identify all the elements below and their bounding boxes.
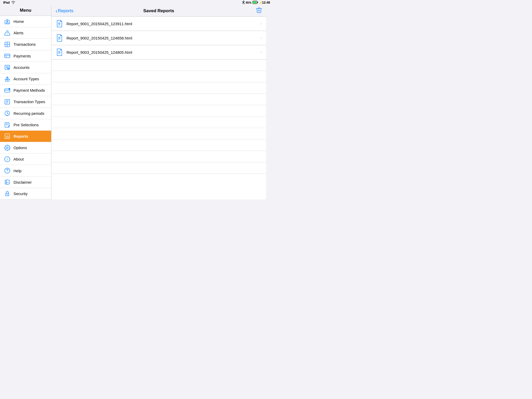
content-panel: ‹ Reports Saved Reports	[51, 5, 266, 200]
sidebar-item-home[interactable]: Home	[0, 16, 51, 27]
sidebar: Menu Home Alerts	[0, 5, 51, 200]
empty-row	[51, 117, 266, 128]
report-chevron-icon: ›	[261, 50, 262, 55]
empty-row	[51, 151, 266, 162]
payment-methods-icon	[4, 87, 11, 94]
transaction-types-icon	[4, 98, 11, 105]
battery-percent: 85%	[246, 1, 251, 4]
report-chevron-icon: ›	[261, 36, 262, 40]
svg-point-16	[7, 79, 8, 80]
report-item[interactable]: Report_9003_20150425_124805.html ›	[51, 45, 266, 59]
report-name: Report_9001_20150425_123911.html	[66, 22, 261, 26]
sidebar-item-account-types[interactable]: Account Types	[0, 73, 51, 85]
sidebar-label-options: Options	[14, 145, 27, 150]
empty-row	[51, 105, 266, 117]
sidebar-item-about[interactable]: About	[0, 154, 51, 165]
reports-icon	[4, 132, 11, 140]
svg-rect-2	[253, 1, 257, 4]
svg-point-4	[7, 21, 8, 22]
sidebar-label-recurring: Recurring periods	[14, 111, 44, 116]
sidebar-item-transactions[interactable]: Transactions	[0, 39, 51, 50]
sidebar-item-payments[interactable]: Payments	[0, 50, 51, 62]
empty-row	[51, 162, 266, 174]
status-right: 85% ⚡	[242, 1, 263, 5]
status-left: iPad	[3, 1, 15, 5]
content-title: Saved Reports	[143, 8, 174, 14]
about-icon	[4, 156, 11, 163]
status-time: 12:48	[262, 1, 266, 4]
sidebar-item-accounts[interactable]: Accounts	[0, 62, 51, 73]
sidebar-label-accounts: Accounts	[14, 65, 30, 70]
report-name: Report_9002_20150425_124658.html	[66, 36, 261, 40]
sidebar-label-help: Help	[14, 169, 22, 173]
sidebar-item-pre-selections[interactable]: Pre Selections	[0, 119, 51, 131]
device-label: iPad	[3, 1, 10, 4]
bluetooth-icon	[242, 1, 245, 5]
svg-rect-9	[5, 54, 10, 58]
trash-button[interactable]	[256, 7, 262, 15]
sidebar-item-help[interactable]: Help	[0, 165, 51, 176]
account-types-icon	[4, 75, 11, 83]
sidebar-item-payment-methods[interactable]: Payment Methods	[0, 85, 51, 96]
sidebar-label-account-types: Account Types	[14, 77, 39, 81]
svg-rect-1	[257, 2, 258, 3]
report-list: Report_9001_20150425_123911.html › Repor…	[51, 17, 266, 200]
sidebar-label-alerts: Alerts	[14, 31, 23, 35]
pre-selections-icon	[4, 121, 11, 128]
options-icon	[4, 144, 11, 151]
sidebar-item-disclaimer[interactable]: Disclaimer	[0, 177, 51, 188]
empty-row	[51, 128, 266, 139]
empty-row	[51, 71, 266, 82]
sidebar-item-options[interactable]: Options	[0, 142, 51, 154]
empty-row	[51, 94, 266, 105]
back-chevron-icon: ‹	[56, 8, 57, 14]
help-icon	[4, 167, 11, 174]
status-bar: iPad 12:48 85% ⚡	[0, 0, 266, 5]
sidebar-item-alerts[interactable]: Alerts	[0, 27, 51, 39]
app-container: Menu Home Alerts	[0, 5, 266, 200]
report-name: Report_9003_20150425_124805.html	[66, 50, 261, 55]
sidebar-item-reports[interactable]: Reports	[0, 131, 51, 142]
sidebar-header: Menu	[0, 5, 51, 16]
recurring-icon: 10	[4, 110, 11, 117]
wifi-icon	[11, 1, 15, 5]
sidebar-item-security[interactable]: Security	[0, 188, 51, 200]
sidebar-label-pre-selections: Pre Selections	[14, 123, 39, 127]
battery-icon	[252, 1, 258, 4]
sidebar-label-about: About	[14, 157, 24, 161]
back-button[interactable]: ‹ Reports	[56, 8, 73, 14]
sidebar-label-reports: Reports	[14, 134, 28, 138]
report-file-icon	[56, 34, 63, 42]
back-label: Reports	[58, 8, 74, 14]
sidebar-label-transactions: Transactions	[14, 42, 36, 46]
sidebar-item-transaction-types[interactable]: Transaction Types	[0, 96, 51, 108]
transactions-icon	[4, 41, 11, 48]
sidebar-label-home: Home	[14, 19, 24, 24]
sidebar-label-payments: Payments	[14, 54, 31, 58]
report-file-icon	[56, 20, 63, 28]
content-header: ‹ Reports Saved Reports	[51, 5, 266, 17]
report-file-icon	[56, 48, 63, 56]
svg-point-31	[6, 147, 8, 149]
empty-row	[51, 82, 266, 94]
security-icon	[4, 190, 11, 197]
svg-point-40	[7, 194, 8, 195]
sidebar-label-payment-methods: Payment Methods	[14, 88, 45, 92]
svg-point-8	[6, 44, 8, 45]
empty-row	[51, 59, 266, 71]
alert-icon	[4, 29, 11, 37]
home-icon	[4, 18, 11, 25]
sidebar-label-security: Security	[14, 191, 28, 196]
svg-text:10: 10	[6, 115, 8, 116]
payments-icon	[4, 52, 11, 59]
empty-row	[51, 139, 266, 151]
sidebar-label-disclaimer: Disclaimer	[14, 180, 32, 184]
svg-point-18	[9, 88, 10, 90]
sidebar-item-recurring[interactable]: 10 Recurring periods	[0, 108, 51, 119]
report-chevron-icon: ›	[261, 21, 262, 26]
disclaimer-icon	[4, 178, 11, 186]
accounts-icon	[4, 64, 11, 71]
report-item[interactable]: Report_9001_20150425_123911.html ›	[51, 17, 266, 31]
sidebar-label-transaction-types: Transaction Types	[14, 99, 45, 104]
report-item[interactable]: Report_9002_20150425_124658.html ›	[51, 31, 266, 45]
